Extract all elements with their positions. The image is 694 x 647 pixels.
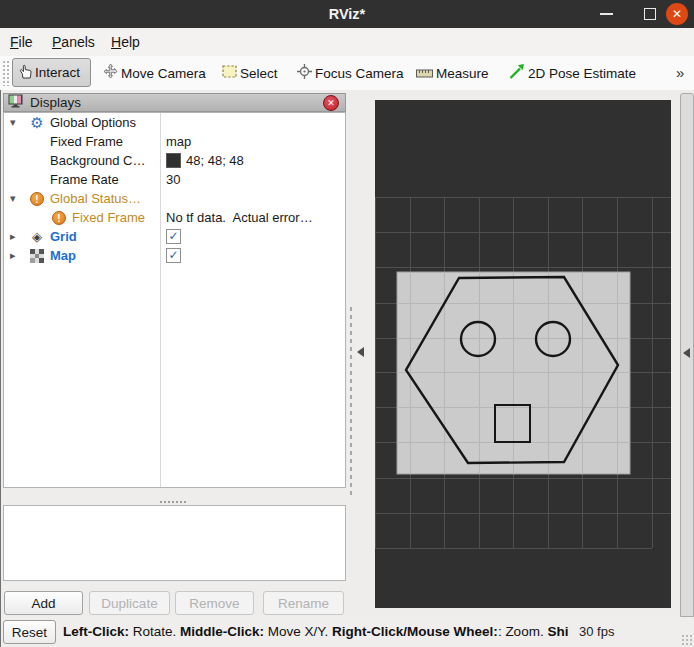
duplicate-display-button[interactable]: Duplicate bbox=[89, 591, 170, 615]
tool-select-button[interactable]: Select bbox=[222, 59, 278, 87]
expander-down-icon[interactable] bbox=[10, 113, 28, 132]
menu-help[interactable]: Help bbox=[111, 28, 140, 56]
displays-tree: Global Options Fixed Frame map Backgroun… bbox=[3, 112, 346, 488]
row-label: Fixed Frame bbox=[72, 208, 145, 227]
rviz-window: RViz* ✕ File Panels Help Interact Move C… bbox=[0, 0, 694, 647]
tool-label: Interact bbox=[35, 65, 80, 80]
tool-label: Measure bbox=[436, 66, 489, 81]
tool-label: Select bbox=[240, 66, 278, 81]
collapse-right-arrow-icon[interactable] bbox=[683, 348, 690, 358]
row-label: Background C… bbox=[50, 151, 145, 170]
collapse-left-arrow-icon[interactable] bbox=[357, 347, 364, 357]
tree-row-frame-rate[interactable]: Frame Rate 30 bbox=[4, 170, 345, 189]
status-bar: Reset Left-Click: Rotate. Middle-Click: … bbox=[0, 617, 694, 647]
map-enabled-checkbox[interactable] bbox=[166, 248, 181, 263]
row-value[interactable]: 30 bbox=[160, 170, 345, 189]
row-value[interactable]: map bbox=[160, 132, 345, 151]
fps-counter: 30 fps bbox=[579, 617, 614, 647]
maximize-icon bbox=[644, 8, 656, 20]
window-resize-grip[interactable] bbox=[681, 634, 692, 645]
hand-cursor-icon bbox=[19, 64, 32, 82]
tree-row-background-color[interactable]: Background C… 48; 48; 48 bbox=[4, 151, 345, 170]
selection-box-icon bbox=[222, 65, 237, 81]
tree-row-map[interactable]: Map bbox=[4, 246, 345, 265]
tree-row-grid[interactable]: Grid bbox=[4, 227, 345, 246]
add-display-button[interactable]: Add bbox=[4, 591, 83, 615]
rename-display-button[interactable]: Rename bbox=[263, 591, 344, 615]
close-window-button[interactable]: ✕ bbox=[664, 0, 690, 28]
maximize-button[interactable] bbox=[638, 0, 662, 28]
warning-icon: ! bbox=[50, 211, 68, 225]
monitor-icon bbox=[8, 94, 24, 112]
row-value bbox=[160, 189, 345, 208]
row-value: No tf data. Actual error… bbox=[160, 208, 345, 227]
ruler-icon bbox=[416, 66, 433, 81]
grid-icon bbox=[28, 227, 46, 246]
expander-right-icon[interactable] bbox=[10, 227, 28, 246]
collapsed-right-panel[interactable] bbox=[680, 93, 694, 617]
row-label: Frame Rate bbox=[50, 170, 119, 189]
panel-splitter-handle[interactable] bbox=[159, 500, 187, 504]
vertical-splitter-handle[interactable] bbox=[349, 305, 353, 495]
window-title: RViz* bbox=[0, 0, 694, 28]
tool-2d-pose-estimate-button[interactable]: 2D Pose Estimate bbox=[509, 59, 636, 87]
menu-file[interactable]: File bbox=[10, 28, 33, 56]
main-area: Displays ✕ Global Options Fixed Frame ma… bbox=[0, 90, 694, 617]
tree-row-fixed-frame-status[interactable]: ! Fixed Frame No tf data. Actual error… bbox=[4, 208, 345, 227]
description-pane bbox=[3, 505, 346, 581]
reset-button[interactable]: Reset bbox=[3, 620, 56, 644]
close-icon: ✕ bbox=[666, 3, 688, 25]
row-value[interactable]: 48; 48; 48 bbox=[186, 151, 244, 170]
row-label: Grid bbox=[50, 227, 77, 246]
tool-move-camera-button[interactable]: Move Camera bbox=[103, 59, 206, 87]
3d-viewport[interactable] bbox=[375, 100, 671, 608]
menu-bar: File Panels Help bbox=[0, 28, 694, 57]
warning-icon: ! bbox=[28, 192, 46, 206]
row-label: Global Options bbox=[50, 113, 136, 132]
toolbar: Interact Move Camera Select Focus Camera bbox=[0, 56, 694, 91]
minimize-icon bbox=[600, 13, 613, 15]
green-arrow-icon bbox=[509, 64, 525, 82]
row-label: Fixed Frame bbox=[50, 132, 123, 151]
row-value bbox=[160, 113, 345, 132]
toolbar-drag-handle[interactable] bbox=[2, 60, 9, 86]
toolbar-overflow-button[interactable]: » bbox=[676, 59, 684, 87]
move-arrows-icon bbox=[103, 64, 118, 82]
tool-focus-camera-button[interactable]: Focus Camera bbox=[297, 59, 404, 87]
displays-panel-header[interactable]: Displays ✕ bbox=[3, 93, 346, 112]
map-icon bbox=[28, 249, 46, 263]
tool-label: Move Camera bbox=[121, 66, 206, 81]
mouse-help-text: Left-Click: Rotate. Middle-Click: Move X… bbox=[63, 617, 577, 647]
row-label: Map bbox=[50, 246, 76, 265]
tree-row-global-options[interactable]: Global Options bbox=[4, 113, 345, 132]
grid-enabled-checkbox[interactable] bbox=[166, 229, 181, 244]
tool-measure-button[interactable]: Measure bbox=[416, 59, 489, 87]
color-swatch[interactable] bbox=[166, 153, 181, 168]
tool-label: Focus Camera bbox=[315, 66, 404, 81]
tree-row-fixed-frame[interactable]: Fixed Frame map bbox=[4, 132, 345, 151]
tool-interact-button[interactable]: Interact bbox=[12, 58, 91, 87]
row-label: Global Status… bbox=[50, 189, 141, 208]
tool-label: 2D Pose Estimate bbox=[528, 66, 636, 81]
crosshair-icon bbox=[297, 64, 312, 82]
tree-row-global-status[interactable]: ! Global Status… bbox=[4, 189, 345, 208]
gear-icon bbox=[28, 113, 46, 132]
displays-panel-title: Displays bbox=[30, 95, 81, 110]
close-panel-button[interactable]: ✕ bbox=[323, 95, 339, 111]
remove-display-button[interactable]: Remove bbox=[175, 591, 254, 615]
title-bar[interactable]: RViz* ✕ bbox=[0, 0, 694, 28]
expander-down-icon[interactable] bbox=[10, 189, 28, 208]
minimize-button[interactable] bbox=[594, 0, 618, 28]
expander-right-icon[interactable] bbox=[10, 246, 28, 265]
menu-panels[interactable]: Panels bbox=[52, 28, 95, 56]
